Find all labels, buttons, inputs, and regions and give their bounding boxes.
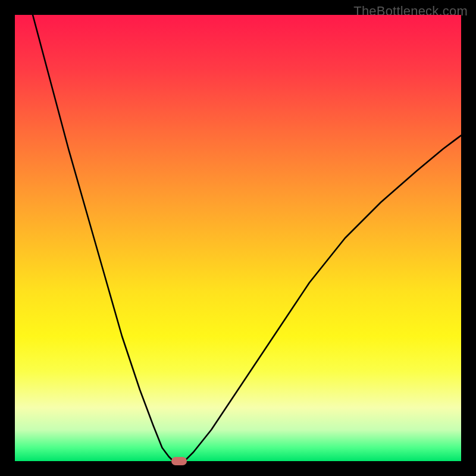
bottleneck-marker (171, 457, 187, 465)
curve-right-branch (184, 136, 461, 462)
curve-svg (15, 15, 461, 461)
curve-left-branch (33, 15, 173, 461)
chart-frame: TheBottleneck.com (0, 0, 476, 476)
plot-area (15, 15, 461, 461)
